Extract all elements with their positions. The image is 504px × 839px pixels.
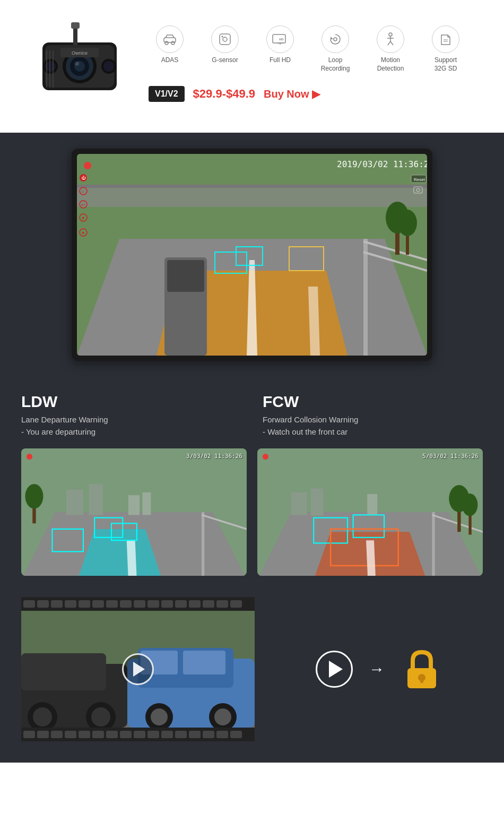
car-monitor: 2019/03/02 11:36:26 ⏻ ⌂ ↩ ✦ ✦ Reset [72,149,432,361]
svg-rect-12 [71,22,80,29]
film-hole [175,600,187,608]
feature-fullhd: HD Full HD [259,25,301,65]
ldw-scene-svg [21,448,247,576]
film-hole [51,600,63,608]
svg-point-6 [75,62,79,66]
film-hole [120,600,132,608]
fcw-desc: Forward Collosion Warning - Watch out th… [263,414,483,438]
svg-line-33 [388,41,390,45]
svg-point-110 [33,707,52,726]
fullhd-label: Full HD [270,56,291,65]
feature-sd: Support 32G SD [424,25,467,73]
monitor-timestamp: 2019/03/02 11:36:26 [337,159,427,169]
svg-point-20 [171,41,175,45]
adas-section: 2019/03/02 11:36:26 ⏻ ⌂ ↩ ✦ ✦ Reset [0,133,504,377]
feature-adas: ADAS [149,25,191,65]
feature-icons-row: ADAS G-sensor [149,25,483,73]
svg-text:↩: ↩ [81,202,85,207]
ldw-rec-dot [27,454,32,460]
sd-label: Support 32G SD [435,56,457,73]
svg-rect-58 [167,260,204,292]
svg-marker-77 [127,540,137,576]
svg-text:✦: ✦ [81,230,85,236]
film-hole [203,731,214,738]
price-text: $29.9-$49.9 [193,87,255,101]
ldw-fcw-section: LDW Lane Departure Warning - You are dep… [0,377,504,592]
ldw-scene-card: 3/03/02 11:36:26 [21,448,247,576]
film-hole [65,731,76,738]
svg-rect-78 [202,512,204,576]
feature-loop: Loop Recording [314,25,357,73]
film-hole [23,731,35,738]
svg-point-23 [222,36,223,38]
arrow-right-icon: → [369,660,385,678]
svg-point-10 [103,61,114,72]
svg-point-112 [91,707,110,726]
film-hole [134,600,145,608]
svg-marker-28 [331,37,333,39]
film-hole [134,731,145,738]
svg-rect-41 [77,185,427,188]
motion-label: Motion Detection [377,56,404,73]
filmstrip-top [21,597,255,611]
film-hole [37,731,49,738]
svg-point-116 [151,708,168,725]
svg-text:Ownice: Ownice [72,50,88,56]
film-hole [23,600,35,608]
svg-rect-95 [432,512,435,576]
filmstrip-bottom [21,728,255,741]
play-circle-button[interactable] [316,651,353,688]
film-hole [203,600,214,608]
fcw-timestamp: 5/03/02 11:36:26 [422,453,479,460]
svg-rect-87 [128,495,140,515]
lock-icon-wrap [401,648,443,690]
feature-motion: Motion Detection [369,25,412,73]
video-play-button[interactable] [122,653,154,685]
svg-rect-120 [183,651,225,674]
film-hole [189,600,201,608]
svg-line-34 [390,41,393,45]
feature-gsensor: G-sensor [204,25,246,65]
ldw-timestamp: 3/03/02 11:36:26 [186,453,242,460]
svg-rect-101 [291,492,307,515]
film-hole [189,731,201,738]
film-hole [147,731,159,738]
play-large-triangle-icon [329,661,343,678]
svg-text:HD: HD [279,38,284,41]
svg-rect-102 [311,488,323,515]
adas-label: ADAS [161,56,179,65]
gsensor-label: G-sensor [212,56,238,65]
film-hole [230,731,242,738]
film-hole [106,600,118,608]
ldw-block: LDW Lane Departure Warning - You are dep… [21,393,241,438]
monitor-screen: 2019/03/02 11:36:26 ⏻ ⌂ ↩ ✦ ✦ Reset [77,154,427,356]
film-hole [161,731,173,738]
play-triangle-icon [133,662,145,677]
svg-rect-86 [89,484,103,515]
fullhd-icon-circle: HD [266,25,294,53]
fcw-title: FCW [263,393,483,411]
product-header: Ownice ADAS [0,0,504,133]
lock-icon [403,648,440,690]
road-scene-svg: 2019/03/02 11:36:26 ⏻ ⌂ ↩ ✦ ✦ Reset [77,154,427,356]
product-image-area: Ownice [21,11,138,117]
ldw-title: LDW [21,393,241,411]
svg-rect-103 [367,494,377,514]
svg-text:✦: ✦ [81,215,85,221]
svg-point-22 [223,37,227,41]
svg-point-30 [389,33,392,36]
fcw-block: FCW Forward Collosion Warning - Watch ou… [263,393,483,438]
product-info: ADAS G-sensor [149,25,483,101]
film-hole [175,731,187,738]
gsensor-icon-circle [211,25,239,53]
svg-text:Reset: Reset [414,177,425,182]
loop-label: Loop Recording [321,56,350,73]
buy-now-button[interactable]: Buy Now ▶ [264,88,320,100]
svg-point-100 [462,494,478,516]
fcw-scene-svg [257,448,483,576]
svg-point-19 [165,41,168,45]
svg-rect-108 [21,653,106,690]
version-badge: V1/V2 [149,86,185,102]
motion-icon-circle [377,25,404,53]
svg-rect-40 [77,186,427,207]
